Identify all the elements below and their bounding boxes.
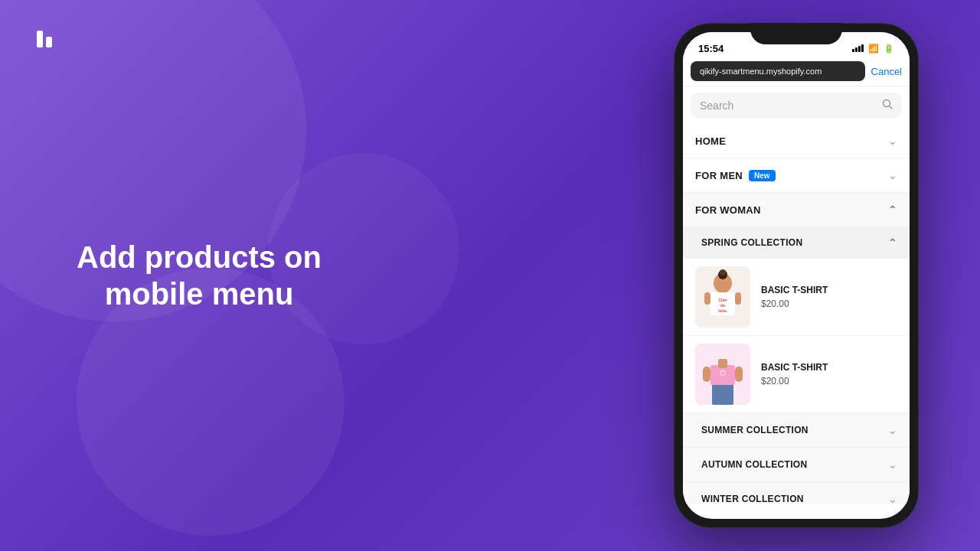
sub-item-autumn-label: AUTUMN COLLECTION [701,459,807,470]
chevron-down-icon-winter: ⌄ [888,493,897,504]
svg-rect-18 [703,367,710,382]
logo [31,21,64,58]
status-time: 15:54 [698,43,724,54]
chevron-down-icon: ⌄ [888,135,897,147]
menu-item-for-men-left: FOR MEN New [695,170,776,181]
hero-line1: Add products on [77,240,322,274]
svg-text:lune.: lune. [718,308,727,313]
svg-text:Clair: Clair [718,298,727,302]
wifi-icon: 📶 [868,44,879,54]
battery-icon: 🔋 [884,44,894,54]
menu-item-winter[interactable]: WINTER COLLECTION ⌄ [683,482,910,504]
chevron-down-icon-summer: ⌄ [888,424,897,436]
search-icon [882,99,893,112]
menu-item-summer[interactable]: SUMMER COLLECTION ⌄ [683,413,910,448]
sub-item-spring-label: SPRING COLLECTION [701,237,802,248]
svg-rect-19 [735,367,743,382]
product-card-1[interactable]: Clair de lune. BASIC T-SHIRT $20.00 [683,259,910,336]
product-info-1: BASIC T-SHIRT $20.00 [761,285,828,309]
status-icons: 📶 🔋 [852,44,894,54]
signal-icon [852,44,864,52]
search-placeholder: Search [700,99,877,112]
product-name-1: BASIC T-SHIRT [761,285,828,295]
hero-line2: mobile menu [105,277,294,311]
menu-item-home-left: HOME [695,135,726,147]
svg-rect-1 [46,37,52,47]
phone-mockup: 15:54 📶 🔋 qikify-smartmenu.myshopify.com [674,23,919,528]
svg-rect-17 [718,359,727,368]
chevron-up-icon-woman: ⌃ [888,204,897,216]
chevron-down-icon-men: ⌄ [888,169,897,181]
phone-screen: 15:54 📶 🔋 qikify-smartmenu.myshopify.com [683,32,910,519]
sub-item-winter-label: WINTER COLLECTION [701,494,804,504]
menu-item-home[interactable]: HOME ⌄ [683,124,910,158]
svg-text:de: de [720,303,725,308]
hero-text: Add products on mobile menu [77,239,322,312]
product-2-illustration: ✿ [695,344,750,405]
new-badge: New [749,170,776,181]
product-card-2[interactable]: ✿ BASIC T-SHIRT $20.00 [683,336,910,413]
menu-item-for-woman[interactable]: FOR WOMAN ⌃ [683,193,910,227]
menu-item-for-men[interactable]: FOR MEN New ⌄ [683,158,910,193]
url-text: qikify-smartmenu.myshopify.com [700,67,822,76]
chevron-down-icon-autumn: ⌄ [888,458,897,471]
logo-icon [31,21,64,55]
svg-rect-13 [735,292,741,305]
cancel-button[interactable]: Cancel [871,66,902,77]
product-image-1: Clair de lune. [695,266,750,328]
product-price-2: $20.00 [761,376,828,386]
product-name-2: BASIC T-SHIRT [761,362,828,373]
svg-rect-15 [712,382,733,405]
menu-item-home-label: HOME [695,135,726,147]
product-1-illustration: Clair de lune. [695,266,750,328]
product-price-1: $20.00 [761,298,828,309]
product-info-2: BASIC T-SHIRT $20.00 [761,362,828,386]
phone-notch [750,23,842,44]
svg-rect-0 [37,31,43,47]
menu-item-for-men-label: FOR MEN [695,170,743,181]
svg-rect-12 [704,292,710,305]
menu-item-for-woman-left: FOR WOMAN [695,204,761,216]
phone-frame: 15:54 📶 🔋 qikify-smartmenu.myshopify.com [674,23,919,528]
sub-menu-item-spring[interactable]: SPRING COLLECTION ⌃ [683,227,910,259]
url-bar[interactable]: qikify-smartmenu.myshopify.com [691,61,865,81]
menu-content: Search HOME ⌄ [683,86,910,504]
sub-item-summer-label: SUMMER COLLECTION [701,425,808,435]
menu-item-for-woman-label: FOR WOMAN [695,204,761,216]
chevron-up-icon-spring: ⌃ [888,236,897,249]
search-bar[interactable]: Search [691,93,902,118]
svg-line-3 [890,106,893,109]
svg-point-7 [720,269,726,276]
browser-bar: qikify-smartmenu.myshopify.com Cancel [683,57,910,86]
product-image-2: ✿ [695,344,750,405]
menu-item-autumn[interactable]: AUTUMN COLLECTION ⌄ [683,448,910,482]
